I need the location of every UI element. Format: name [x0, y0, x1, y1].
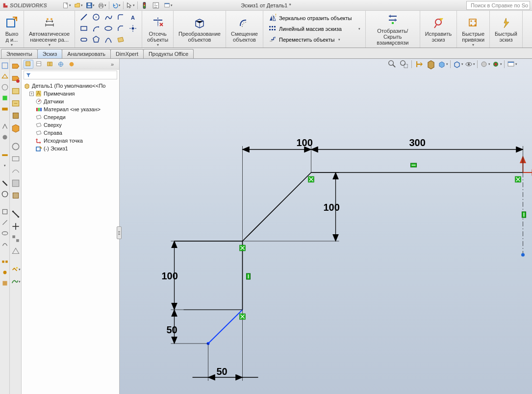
tb1-btn-12[interactable] [1, 208, 9, 216]
tb1-btn-9[interactable]: ▾ [1, 162, 9, 170]
tb1-btn-5[interactable] [1, 105, 9, 113]
offset-entities-button[interactable]: Смещение объектов [229, 12, 260, 47]
tb1-btn-11[interactable] [1, 190, 9, 198]
tb2-btn-14[interactable] [11, 234, 21, 244]
dim-50-vert[interactable]: 50 [167, 324, 177, 335]
tb2-btn-17[interactable]: ▾ [11, 277, 21, 287]
tb2-btn-1[interactable] [11, 62, 21, 72]
tree-item-sensors[interactable]: Датчики [23, 98, 118, 105]
tb2-btn-7[interactable] [11, 142, 21, 151]
fm-tab-dimxpert[interactable] [56, 60, 66, 69]
convert-entities-button[interactable]: Преобразование объектов [177, 12, 223, 47]
tb1-btn-17[interactable] [1, 269, 9, 276]
tb1-btn-2[interactable] [1, 73, 9, 80]
graphics-area[interactable]: ▾ ▾ ▾ ▾ ▾ ▾ [120, 59, 532, 394]
tb1-btn-10[interactable] [1, 179, 9, 187]
tb2-btn-9[interactable] [11, 166, 21, 176]
tb2-btn-2[interactable] [11, 74, 21, 84]
fm-tab-display[interactable] [67, 60, 76, 69]
fillet-tool[interactable] [115, 12, 127, 23]
tab-evaluate[interactable]: Анализировать [62, 49, 111, 58]
fm-tab-property[interactable] [34, 60, 44, 69]
tab-features[interactable]: Элементы [1, 49, 38, 58]
tb2-btn-5[interactable] [11, 111, 21, 121]
trim-entities-button[interactable]: Отсечь объекты [145, 12, 170, 47]
tb2-btn-16[interactable]: ▾ [11, 265, 21, 274]
parabola-tool[interactable] [102, 34, 114, 45]
tb2-btn-4[interactable] [11, 98, 21, 108]
undo-button[interactable]: ▾ [111, 1, 121, 10]
tree-item-notes[interactable]: + A Примечания [23, 90, 118, 98]
tb1-btn-6[interactable] [1, 123, 9, 130]
exit-sketch-button[interactable]: Выхо д и... [3, 12, 21, 47]
tb2-btn-15[interactable] [11, 246, 21, 256]
tree-item-sketch1[interactable]: (-) Эскиз1 [23, 145, 118, 152]
tb2-btn-6[interactable] [11, 123, 21, 133]
tb2-btn-12[interactable] [11, 209, 21, 219]
save-button[interactable]: ▾ [85, 1, 95, 10]
options-button[interactable] [152, 1, 161, 10]
dim-50-horiz[interactable]: 50 [217, 366, 228, 377]
ellipse-tool[interactable] [102, 23, 114, 34]
tb1-btn-16[interactable] [1, 258, 9, 266]
tb2-btn-10[interactable] [11, 178, 21, 188]
line-tool[interactable] [78, 12, 90, 23]
dim-100-left[interactable]: 100 [162, 271, 178, 281]
fm-tab-tree[interactable] [24, 60, 33, 69]
tb1-btn-1[interactable] [1, 62, 9, 70]
tb2-btn-8[interactable] [11, 154, 21, 164]
tree-item-material[interactable]: Материал <не указан> [23, 105, 118, 113]
tb1-btn-4[interactable] [1, 94, 9, 102]
linear-pattern-button[interactable]: Линейный массив эскиза ▾ [267, 24, 361, 34]
text-tool[interactable]: A [127, 12, 139, 23]
tree-item-top[interactable]: Сверху [23, 121, 118, 129]
fm-tab-config[interactable] [45, 60, 55, 69]
polygon-tool[interactable] [90, 34, 102, 45]
help-search-box[interactable]: ? Поиск в Справке по So [466, 1, 530, 10]
open-doc-button[interactable]: ▾ [74, 1, 83, 10]
fm-tab-expand[interactable]: » [107, 60, 117, 69]
tb1-btn-8[interactable] [1, 151, 9, 159]
rapid-sketch-button[interactable]: Быстрый эскиз [493, 12, 519, 47]
tb2-btn-3[interactable] [11, 86, 21, 96]
auto-dimension-button[interactable]: ⟷ Автоматическое нанесение ра... [27, 12, 72, 47]
chamfer-tool[interactable] [115, 23, 127, 34]
tree-item-origin[interactable]: Исходная точка [23, 137, 118, 145]
select-button[interactable]: ▾ [126, 1, 135, 10]
expand-icon[interactable]: + [29, 92, 34, 96]
point-tool[interactable] [127, 23, 139, 34]
tree-item-front[interactable]: Спереди [23, 113, 118, 121]
slot-tool[interactable] [78, 34, 90, 45]
new-doc-button[interactable]: ▾ [62, 1, 72, 10]
show-hide-relations-button[interactable]: Отобразить/Скрыть взаимосвязи [369, 12, 417, 47]
mirror-button[interactable]: ! Зеркально отразить объекты [267, 13, 353, 24]
tab-dimxpert[interactable]: DimXpert [110, 49, 144, 58]
quick-snaps-button[interactable]: Быстрые привязки [460, 12, 486, 47]
spline-tool[interactable] [102, 12, 114, 23]
tb2-btn-11[interactable] [11, 191, 21, 200]
rebuild-button[interactable] [140, 1, 150, 10]
tb1-btn-7[interactable] [1, 133, 9, 141]
tb1-btn-13[interactable] [1, 219, 9, 226]
dim-300[interactable]: 300 [409, 137, 426, 148]
tb1-btn-18[interactable] [1, 279, 9, 287]
window-button[interactable]: ▾ [163, 1, 173, 10]
tb1-btn-15[interactable] [1, 240, 9, 248]
rectangle-tool[interactable] [78, 23, 90, 34]
tree-item-right[interactable]: Справа [23, 129, 118, 137]
repair-sketch-button[interactable]: Исправить эскиз [423, 12, 454, 47]
tb1-btn-3[interactable] [1, 83, 9, 91]
tree-root[interactable]: Деталь1 (По умолчанию<<По [23, 82, 118, 90]
fm-filter-input[interactable] [24, 71, 117, 79]
dim-100-right[interactable]: 100 [324, 202, 340, 213]
print-button[interactable]: ▾ [97, 1, 107, 10]
dim-100-top[interactable]: 100 [297, 137, 313, 148]
tab-sketch[interactable]: Эскиз [37, 49, 62, 58]
tb1-btn-14[interactable] [1, 229, 9, 237]
plane-tool[interactable] [115, 34, 127, 45]
circle-tool[interactable] [90, 12, 102, 23]
tb2-btn-13[interactable] [11, 222, 21, 231]
tab-office[interactable]: Продукты Office [143, 49, 194, 58]
move-entities-button[interactable]: Переместить объекты ▾ [267, 34, 341, 45]
arc-tool[interactable] [90, 23, 102, 34]
